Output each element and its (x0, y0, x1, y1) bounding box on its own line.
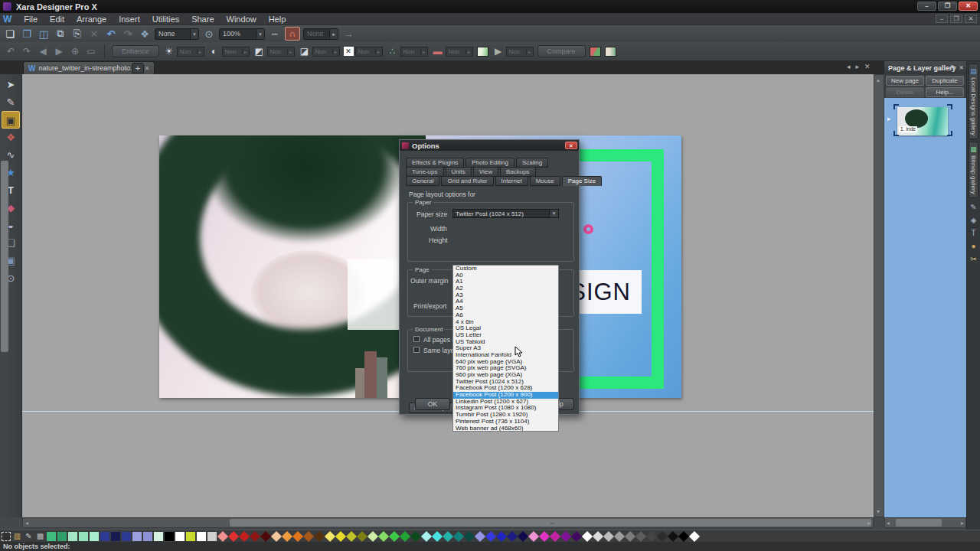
highlights-icon[interactable]: ◪ (299, 46, 311, 57)
no-color-swatch[interactable] (2, 532, 11, 541)
color-swatch[interactable] (421, 530, 432, 541)
color-swatch[interactable] (325, 530, 335, 541)
panel-scroll-right-icon[interactable]: ▸ (961, 520, 964, 527)
paper-size-option[interactable]: A3 (453, 292, 558, 299)
color-swatch[interactable] (314, 530, 325, 541)
color-swatch[interactable] (614, 530, 625, 541)
undo-icon[interactable]: ↶ (104, 28, 118, 40)
color-swatch[interactable] (197, 532, 206, 541)
color-swatch[interactable] (47, 532, 56, 541)
paste-icon[interactable]: ⎘ (70, 28, 84, 40)
push-tool-icon[interactable]: ❖ (138, 28, 152, 40)
color-swatch[interactable] (646, 530, 657, 541)
scroll-up-icon[interactable]: ▴ (877, 77, 880, 83)
tab-bitmap-gallery[interactable]: ▦ Bitmap gallery (969, 142, 978, 198)
color-swatch[interactable] (432, 530, 443, 541)
temperature-icon[interactable]: ✕ (344, 47, 354, 56)
pin-icon[interactable]: ⚑ (950, 64, 956, 71)
color-editor-icon[interactable]: ▥ (12, 532, 22, 540)
minimize-button[interactable]: – (917, 2, 936, 11)
color-swatch[interactable] (657, 530, 668, 541)
color-swatch[interactable] (186, 532, 195, 541)
expand-page-icon[interactable]: ▸ (887, 115, 891, 122)
scroll-right-icon[interactable]: ▸ (867, 520, 871, 527)
color-swatch[interactable] (111, 532, 120, 541)
snap-magnet-icon[interactable]: ∩ (285, 27, 300, 41)
tab-scroll-left-icon[interactable]: ◂ (847, 63, 851, 70)
color-swatch[interactable] (292, 530, 303, 541)
color-swatch[interactable] (625, 530, 635, 541)
dialog-title-bar[interactable]: Options (400, 140, 579, 151)
duplicate-button[interactable]: Duplicate (926, 76, 964, 86)
doc-close-button[interactable]: ✕ (965, 15, 977, 23)
help-panel-button[interactable]: Help... (926, 87, 964, 97)
color-swatch[interactable] (217, 530, 228, 541)
contrast-icon[interactable]: ◐ (208, 46, 220, 57)
color-swatch[interactable] (303, 530, 314, 541)
page-list-area[interactable]: ▸ 1. Inde (884, 98, 966, 517)
saturation-icon[interactable]: ∴ (387, 46, 399, 57)
color-swatch[interactable] (228, 530, 239, 541)
paper-size-option[interactable]: A0 (453, 272, 558, 279)
color-swatch[interactable] (400, 530, 410, 541)
tab-close-icon[interactable]: ✕ (145, 65, 150, 72)
paper-size-option[interactable]: A4 (453, 298, 558, 305)
menu-edit[interactable]: Edit (44, 13, 70, 25)
brightness-icon[interactable]: ☀ (163, 46, 175, 57)
side-by-side-icon[interactable] (605, 47, 616, 57)
scroll-left-icon[interactable]: ◂ (25, 520, 28, 527)
panel-close-icon[interactable]: ✕ (959, 64, 964, 71)
photo-enhance-tool-icon[interactable]: ✎ (2, 93, 20, 111)
paper-size-listbox[interactable]: CustomA0A1A2A3A4A5A64 x 6inUS LegalUS Le… (452, 265, 559, 432)
copy-icon[interactable]: ⧉ (54, 28, 67, 40)
color-swatch[interactable] (378, 530, 389, 541)
dashes-icon[interactable]: ┉ (268, 28, 282, 40)
color-swatch[interactable] (410, 530, 421, 541)
zoom-level-dropdown[interactable]: 100%▾ (219, 28, 265, 40)
color-swatch[interactable] (550, 530, 560, 541)
color-swatch[interactable] (507, 530, 518, 541)
color-swatch[interactable] (122, 532, 131, 541)
menu-share[interactable]: Share (185, 13, 220, 25)
color-swatch[interactable] (464, 530, 475, 541)
menu-arrange[interactable]: Arrange (70, 13, 113, 25)
paper-size-option[interactable]: Web banner ad (468x60) (453, 425, 558, 432)
restore-button[interactable]: ❐ (938, 2, 957, 11)
transparent-swatch-icon[interactable]: ▩ (35, 532, 45, 540)
color-swatch[interactable] (335, 530, 346, 541)
color-swatch[interactable] (357, 530, 368, 541)
shadows-icon[interactable]: ◩ (253, 46, 266, 57)
menu-insert[interactable]: Insert (113, 13, 146, 25)
scroll-down-icon[interactable]: ▾ (877, 508, 880, 515)
save-icon[interactable]: ◫ (37, 28, 51, 40)
color-swatch[interactable] (368, 530, 378, 541)
nature-photo[interactable] (159, 135, 426, 398)
color-swatch[interactable] (79, 532, 88, 541)
new-page-button[interactable]: New page (886, 76, 924, 86)
color-swatch[interactable] (175, 532, 185, 541)
color-swatch[interactable] (165, 532, 174, 541)
color-swatch[interactable] (528, 530, 539, 541)
clipart-gallery-icon[interactable]: ✂ (970, 255, 976, 263)
color-gallery-icon[interactable]: ● (971, 242, 975, 250)
panel-scrollbar-thumb[interactable] (896, 519, 942, 527)
color-swatch[interactable] (593, 530, 603, 541)
color-swatch[interactable] (250, 530, 260, 541)
vertical-scrollbar-thumb[interactable] (1, 161, 8, 352)
color-swatch[interactable] (389, 530, 400, 541)
color-swatch[interactable] (443, 530, 453, 541)
autoplay-icon[interactable]: ▶ (492, 46, 505, 57)
page-thumbnail[interactable]: 1. Inde (897, 107, 948, 135)
color-swatch[interactable] (689, 530, 700, 541)
color-swatch[interactable] (518, 530, 528, 541)
new-document-icon[interactable]: ❏ (3, 28, 17, 40)
blur-sharpen-icon[interactable]: ▬ (432, 46, 444, 57)
color-swatch[interactable] (453, 530, 464, 541)
menu-file[interactable]: File (18, 13, 44, 25)
color-swatch[interactable] (154, 532, 163, 541)
paper-size-select[interactable]: Twitter Post (1024 x 512) ▾ (452, 209, 559, 218)
color-swatch[interactable] (346, 530, 357, 541)
close-button[interactable]: ✕ (959, 2, 978, 11)
all-pages-checkbox[interactable] (413, 336, 420, 342)
photo-tool-icon[interactable]: ▣ (2, 111, 20, 129)
